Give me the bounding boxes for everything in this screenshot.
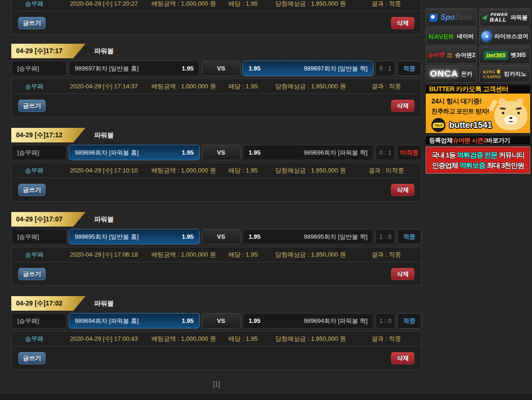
banner-onca[interactable]: ONCA 온카 <box>426 65 477 83</box>
record-footer: 글쓰기 삭제 <box>12 178 421 201</box>
red-banner-l2c: 최대 3천만원 <box>485 161 524 169</box>
score-box: 0 : 1 <box>376 61 395 76</box>
detail-bet-type: 승무패 <box>12 166 57 175</box>
powerball-logo-line2: BALL <box>490 17 508 23</box>
write-button[interactable]: 글쓰기 <box>18 17 46 29</box>
record-detail-panel: 승무패 2020-04-29 [수] 17:10:10 베팅금액 : 1,000… <box>11 163 422 202</box>
sureman-season2-link-bar[interactable]: 등록업체 슈어맨 시즌2 바로가기 <box>426 136 530 144</box>
option-name: 989696회차 [파워볼 홈] <box>75 149 139 157</box>
record-category: 파워볼 <box>94 131 114 140</box>
result-badge: 적중 <box>397 61 422 76</box>
option-name: 989695회차 [일반볼 홈] <box>75 233 139 241</box>
detail-result: 결과 : 적중 <box>352 251 421 259</box>
record-detail-panel: 승무패 2020-04-29 [수] 17:00:43 베팅금액 : 1,000… <box>11 331 422 370</box>
kakaotalk-icon-text: TALK <box>433 123 444 128</box>
sureman-label: 슈어맨2 <box>455 51 475 59</box>
livescore-label: 라이브스코어 <box>494 32 528 40</box>
delete-button[interactable]: 삭제 <box>391 100 415 112</box>
pagination-page-1[interactable]: [1] <box>11 380 422 388</box>
bet-option-home[interactable]: 989697회차 [일반볼 홈] 1.95 <box>69 61 200 76</box>
detail-result: 결과 : 적중 <box>352 0 421 8</box>
vs-divider: VS <box>202 229 241 244</box>
banner-sureman2[interactable]: 슈어맨 ⚖ 슈어맨2 <box>426 46 477 64</box>
banner-livescore[interactable]: ◀ 라이브스코어 <box>479 27 530 45</box>
vs-divider: VS <box>202 145 241 160</box>
result-badge: 적중 <box>397 229 422 244</box>
banner-bet365[interactable]: bet365 벳365 <box>479 46 530 64</box>
detail-datetime: 2020-04-29 [수] 17:10:10 <box>57 166 151 175</box>
bet-row: [승무패] 989694회차 [파워볼 홈] 1.95 VS 1.95 9896… <box>11 313 422 329</box>
bet365-logo: bet365 <box>484 51 508 60</box>
bet-record: 04-29 [수]17:17 파워볼 [승무패] 989697회차 [일반볼 홈… <box>11 44 422 118</box>
ryan-character <box>494 98 528 133</box>
red-banner-l2a: 인증업체 <box>432 161 459 169</box>
result-badge: 적중 <box>397 313 422 329</box>
detail-expected-win: 당첨예상금 : 1,950,000 원 <box>270 335 352 343</box>
banner-naver[interactable]: NAVER 네이버 <box>426 27 477 45</box>
banner-spozone[interactable]: Spo Zone <box>426 8 477 26</box>
kakao-id: butter1541 <box>449 120 492 130</box>
red-banner-line2: 인증업체 먹튀보증 최대 3천만원 <box>432 160 524 171</box>
butter-kakao-title-bar[interactable]: BUTTER 카카오톡 고객센터 <box>426 85 530 94</box>
record-category: 파워볼 <box>94 47 114 55</box>
delete-button[interactable]: 삭제 <box>391 184 415 196</box>
record-detail-panel: 승무패 2020-04-29 [수] 17:20:27 베팅금액 : 1,000… <box>11 0 422 35</box>
delete-button[interactable]: 삭제 <box>391 352 415 364</box>
option-name: 989696회차 [파워볼 짝] <box>304 149 368 157</box>
write-button[interactable]: 글쓰기 <box>18 100 46 112</box>
bet-option-home-selected[interactable]: 989694회차 [파워볼 홈] 1.95 <box>69 313 200 329</box>
score-box: 0 : 1 <box>376 145 395 160</box>
write-button[interactable]: 글쓰기 <box>18 184 46 196</box>
powerball-icon <box>482 15 487 20</box>
bet-history-list: 승무패 2020-04-29 [수] 17:20:27 베팅금액 : 1,000… <box>11 0 422 388</box>
powerball-logo: P0WER BALL <box>490 13 509 23</box>
record-detail-row: 승무패 2020-04-29 [수] 17:00:43 베팅금액 : 1,000… <box>12 331 421 346</box>
delete-button[interactable]: 삭제 <box>391 268 415 280</box>
bet-record-partial: 승무패 2020-04-29 [수] 17:20:27 베팅금액 : 1,000… <box>11 0 422 35</box>
onca-label: 온카 <box>461 70 472 78</box>
banner-powerball[interactable]: P0WER BALL 파워볼 <box>479 8 530 26</box>
detail-datetime: 2020-04-29 [수] 17:06:18 <box>57 251 151 259</box>
red-banner-l2b: 먹튀보증 <box>459 161 485 169</box>
spozone-logo-text2: Zone <box>455 13 473 22</box>
bet-option-home-selected[interactable]: 989695회차 [일반볼 홈] 1.95 <box>69 229 200 244</box>
write-button[interactable]: 글쓰기 <box>18 268 46 280</box>
sureman-bar-pre: 등록업체 <box>429 136 453 145</box>
banner-kingcasino[interactable]: KING♛ CASINO 킹카지노 <box>479 65 530 83</box>
record-footer: 글쓰기 삭제 <box>12 94 421 117</box>
detail-expected-win: 당첨예상금 : 1,950,000 원 <box>270 0 352 8</box>
bet-option-away[interactable]: 1.95 989696회차 [파워볼 짝] <box>243 145 374 160</box>
kakao-contact-banner[interactable]: 24시 항시 대기중! 친추하고 포인트 받자! TALK butter1541 <box>426 94 530 133</box>
bet-option-away[interactable]: 1.95 989695회차 [일반볼 짝] <box>243 229 374 244</box>
sureman-bar-em: 슈어맨 시즌2 <box>453 136 486 145</box>
kingcasino-logo: KING♛ CASINO <box>483 69 501 79</box>
detail-bet-amount: 베팅금액 : 1,000,000 원 <box>151 0 216 8</box>
detail-bet-type: 승무패 <box>12 0 57 8</box>
red-banner-l1a: 국내 1등 <box>431 151 457 159</box>
detail-odds: 배당 : 1.95 <box>216 0 269 8</box>
detail-datetime: 2020-04-29 [수] 17:00:43 <box>57 335 151 343</box>
kingcasino-label: 킹카지노 <box>504 70 526 78</box>
option-odds: 1.95 <box>249 149 260 156</box>
bet-option-away-selected[interactable]: 1.95 989697회차 [일반볼 짝] <box>243 61 374 76</box>
score-box: 1 : 0 <box>376 229 395 244</box>
option-name: 989694회차 [파워볼 짝] <box>304 317 368 325</box>
bet-option-away[interactable]: 1.95 989694회차 [파워볼 짝] <box>243 313 374 329</box>
bet-record: 04-29 [수]17:07 파워볼 [승무패] 989695회차 [일반볼 홈… <box>11 212 422 286</box>
option-odds: 1.95 <box>249 65 260 72</box>
verification-community-banner[interactable]: 국내 1등 먹튀검증 전문 커뮤니티 인증업체 먹튀보증 최대 3천만원 <box>426 147 530 173</box>
kakaotalk-icon: TALK <box>431 118 446 132</box>
detail-odds: 배당 : 1.95 <box>216 82 269 91</box>
option-odds: 1.95 <box>182 317 194 324</box>
record-detail-panel: 승무패 2020-04-29 [수] 17:14:37 베팅금액 : 1,000… <box>11 78 422 118</box>
record-date-ribbon: 04-29 [수]17:17 <box>11 44 86 58</box>
page-bottom-strip <box>0 394 532 400</box>
detail-bet-type: 승무패 <box>12 251 57 259</box>
vs-divider: VS <box>202 61 241 76</box>
write-button[interactable]: 글쓰기 <box>18 352 46 364</box>
naver-logo: NAVER <box>429 32 454 40</box>
bet-option-home-selected[interactable]: 989696회차 [파워볼 홈] 1.95 <box>69 145 200 160</box>
spozone-icon <box>430 14 438 22</box>
red-banner-l1b: 먹튀검증 전문 <box>457 151 497 159</box>
delete-button[interactable]: 삭제 <box>391 17 415 29</box>
